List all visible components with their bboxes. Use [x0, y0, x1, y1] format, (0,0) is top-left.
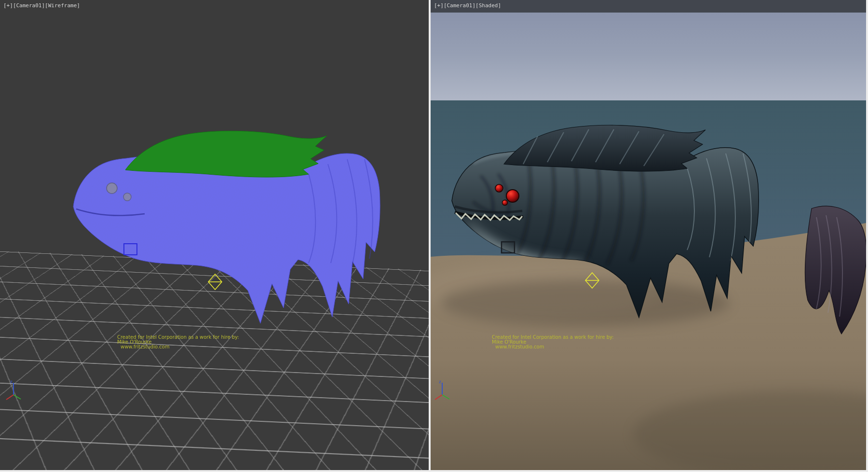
point-helper-diamond[interactable] — [208, 274, 222, 290]
viewport-menu-shading[interactable]: [Shaded] — [475, 2, 501, 9]
fish-eye-wire-small — [123, 193, 131, 201]
fish-contact-shadow — [440, 280, 730, 326]
fish-eye-medium — [495, 184, 503, 192]
fish-eye-large — [506, 190, 519, 202]
axis-x-line — [435, 395, 442, 400]
axis-z-label: z — [439, 379, 441, 384]
dorsal-fin-shaded[interactable] — [504, 125, 705, 171]
viewport-menu-general[interactable]: [+] — [3, 2, 13, 9]
viewport-label-shaded: [+][Camera01][Shaded] — [434, 2, 501, 9]
credit-text: Created for Intel Corporation as a work … — [117, 335, 239, 349]
viewport-wireframe[interactable]: Created for Intel Corporation as a work … — [0, 0, 429, 470]
credit-line-3: www.fritzstudio.com — [495, 345, 614, 349]
world-axis-gizmo: z — [4, 378, 24, 402]
viewport-menu-camera[interactable]: [Camera01] — [444, 2, 475, 9]
axis-y-line — [442, 395, 449, 399]
shaded-scene — [431, 0, 866, 470]
dorsal-fin-wireframe[interactable] — [125, 131, 327, 177]
fish-eye-wire — [107, 183, 117, 194]
dummy-box-helper[interactable] — [502, 242, 515, 253]
viewport-shaded[interactable]: Created for Intel Corporation as a work … — [431, 0, 866, 470]
max-dual-viewports: Created for Intel Corporation as a work … — [0, 0, 868, 472]
fish-mesh-texture — [73, 153, 380, 323]
axis-y-line — [14, 395, 21, 399]
viewport-menu-camera[interactable]: [Camera01] — [13, 2, 45, 9]
world-axis-gizmo: z — [433, 378, 453, 402]
axis-z-label: z — [10, 379, 13, 384]
wireframe-scene — [0, 0, 429, 470]
axis-x-line — [6, 395, 14, 400]
credit-text: Created for Intel Corporation as a work … — [492, 335, 614, 349]
credit-line-3: www.fritzstudio.com — [121, 345, 239, 349]
fish-eye-small — [502, 200, 508, 206]
viewport-menu-general[interactable]: [+] — [434, 2, 444, 9]
viewport-label-wireframe: [+][Camera01][Wireframe] — [3, 2, 80, 9]
viewport-menu-shading[interactable]: [Wireframe] — [45, 2, 80, 9]
